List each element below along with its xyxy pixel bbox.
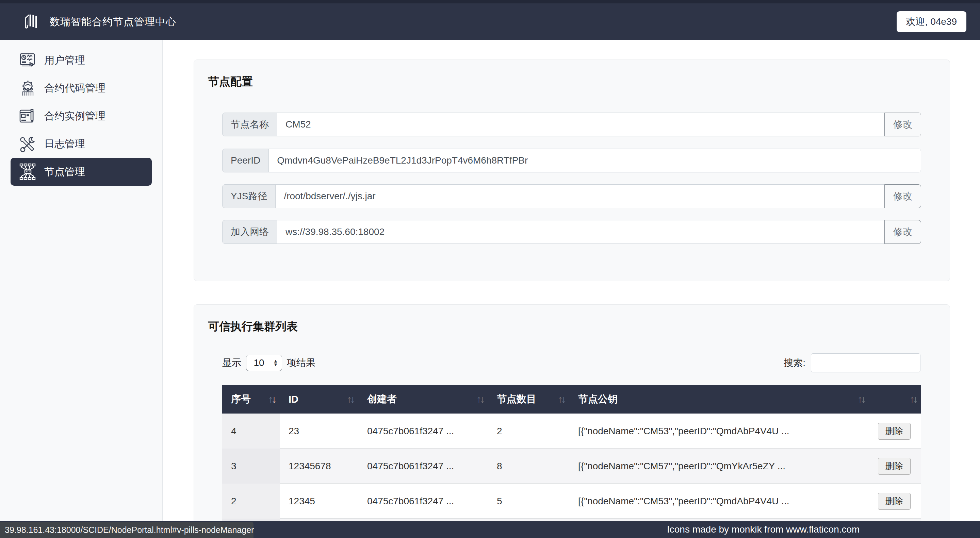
- peer-id-label: PeerID: [222, 149, 269, 172]
- cell-public-key: [{"nodeName":"CM53","peerID":"QmdAbP4V4U…: [569, 414, 869, 449]
- cell-node-count: 8: [488, 449, 569, 484]
- sort-icon: ↑↓: [476, 385, 483, 414]
- sidebar-item-log-management[interactable]: 日志管理: [11, 130, 152, 158]
- cell-actions: 删除: [869, 484, 921, 519]
- table-row: 4 23 0475c7b061f3247 ... 2 [{"nodeName":…: [222, 414, 921, 449]
- sidebar-item-node-management[interactable]: 节点管理: [11, 158, 152, 186]
- cell-id: 12345: [280, 484, 358, 519]
- header-creator[interactable]: 创建者 ↑↓: [358, 385, 488, 414]
- cell-index: 3: [222, 449, 280, 484]
- sidebar-item-contract-instance-management[interactable]: 合约实例管理: [11, 102, 152, 130]
- sort-icon: ↑↓: [347, 385, 353, 414]
- modify-join-network-button[interactable]: 修改: [885, 220, 921, 244]
- join-network-input[interactable]: [277, 220, 885, 244]
- top-navbar: 数瑞智能合约节点管理中心 欢迎, 04e39: [0, 3, 980, 40]
- cell-index: 4: [222, 414, 280, 449]
- table-row-partial: [222, 519, 921, 521]
- sidebar-item-contract-code-management[interactable]: 合约代码管理: [11, 74, 152, 102]
- delete-row-button[interactable]: 删除: [878, 493, 911, 510]
- log-tools-icon: [19, 135, 37, 153]
- node-network-icon: [19, 163, 37, 181]
- page-length-select[interactable]: 10 ▲▼: [246, 355, 282, 371]
- yjs-path-field-group: YJS路径 修改: [222, 184, 921, 208]
- delete-row-button[interactable]: 删除: [878, 423, 911, 440]
- header-index[interactable]: 序号 ↑↓: [222, 385, 280, 414]
- yjs-path-input[interactable]: [275, 184, 885, 208]
- header-node-count[interactable]: 节点数目 ↑↓: [488, 385, 569, 414]
- cell-creator: 0475c7b061f3247 ...: [358, 414, 488, 449]
- welcome-user-button[interactable]: 欢迎, 04e39: [897, 11, 966, 32]
- window-top-strip: [0, 0, 980, 3]
- search-label: 搜索:: [784, 356, 805, 369]
- node-name-input[interactable]: [277, 113, 885, 136]
- dashboard-icon: [19, 51, 37, 69]
- table-row: 2 12345 0475c7b061f3247 ... 5 [{"nodeNam…: [222, 484, 921, 519]
- header-public-key[interactable]: 节点公钥 ↑↓: [569, 385, 869, 414]
- length-prefix-label: 显示: [222, 356, 241, 369]
- table-header-row: 序号 ↑↓ ID ↑↓ 创建者 ↑↓ 节点数目 ↑↓ 节点公钥 ↑↓: [222, 385, 921, 414]
- table-row: 3 12345678 0475c7b061f3247 ... 8 [{"node…: [222, 449, 921, 484]
- cell-creator: 0475c7b061f3247 ...: [358, 449, 488, 484]
- sidebar-item-label: 日志管理: [44, 137, 85, 151]
- sort-icon: ↑↓: [858, 385, 864, 414]
- cell-node-count: 2: [488, 414, 569, 449]
- cell-id: 23: [280, 414, 358, 449]
- join-network-field-group: 加入网络 修改: [222, 220, 921, 244]
- cell-node-count: 5: [488, 484, 569, 519]
- sidebar-item-label: 节点管理: [44, 165, 85, 179]
- cluster-list-title: 可信执行集群列表: [208, 319, 298, 334]
- node-config-title: 节点配置: [208, 74, 253, 89]
- contract-code-icon: [19, 79, 37, 97]
- delete-row-button[interactable]: 删除: [878, 458, 911, 475]
- sidebar-item-label: 合约代码管理: [44, 81, 105, 95]
- select-spinner-icon: ▲▼: [272, 359, 280, 367]
- main-content: 节点配置 节点名称 修改 PeerID YJS路径 修改 加入网络 修改 可信执…: [163, 40, 980, 521]
- browser-status-bar: 39.98.161.43:18000/SCIDE/NodePortal.html…: [0, 522, 253, 538]
- brand-logo-icon: [21, 12, 41, 32]
- page-length-value: 10: [247, 357, 272, 368]
- cell-public-key: [{"nodeName":"CM53","peerID":"QmdAbP4V4U…: [569, 484, 869, 519]
- header-id[interactable]: ID ↑↓: [280, 385, 358, 414]
- contract-instance-icon: [19, 107, 37, 125]
- length-suffix-label: 项结果: [287, 356, 315, 369]
- node-name-field-group: 节点名称 修改: [222, 113, 921, 136]
- table-search-control: 搜索:: [784, 353, 920, 372]
- app-title: 数瑞智能合约节点管理中心: [50, 15, 176, 29]
- sort-icon: ↑↓: [268, 385, 275, 414]
- cell-actions: 删除: [869, 449, 921, 484]
- sort-icon: ↑↓: [558, 385, 565, 414]
- header-actions[interactable]: ↑↓: [869, 385, 921, 414]
- sidebar-item-label: 用户管理: [44, 53, 85, 67]
- modify-node-name-button[interactable]: 修改: [885, 113, 921, 136]
- cell-actions: 删除: [869, 414, 921, 449]
- node-name-label: 节点名称: [222, 113, 277, 136]
- sidebar-nav: 用户管理 合约代码管理 合约实例管理 日志管理: [0, 40, 163, 521]
- cluster-list-card: 可信执行集群列表 显示 10 ▲▼ 项结果 搜索: 序号 ↑↓ ID ↑: [194, 305, 950, 521]
- attribution-text: Icons made by monkik from www.flaticon.c…: [667, 521, 859, 538]
- cluster-table: 序号 ↑↓ ID ↑↓ 创建者 ↑↓ 节点数目 ↑↓ 节点公钥 ↑↓: [222, 385, 921, 521]
- sort-icon: ↑↓: [910, 385, 916, 414]
- yjs-path-label: YJS路径: [222, 184, 275, 208]
- modify-yjs-path-button[interactable]: 修改: [885, 184, 921, 208]
- cell-public-key: [{"nodeName":"CM57","peerID":"QmYkAr5eZY…: [569, 449, 869, 484]
- search-input[interactable]: [811, 353, 920, 372]
- join-network-label: 加入网络: [222, 220, 277, 244]
- cell-creator: 0475c7b061f3247 ...: [358, 484, 488, 519]
- peer-id-input[interactable]: [269, 149, 921, 172]
- node-config-card: 节点配置 节点名称 修改 PeerID YJS路径 修改 加入网络 修改: [194, 60, 950, 281]
- cell-id: 12345678: [280, 449, 358, 484]
- sidebar-item-user-management[interactable]: 用户管理: [11, 46, 152, 74]
- page-length-control: 显示 10 ▲▼ 项结果: [222, 355, 315, 371]
- cell-index: 2: [222, 484, 280, 519]
- peer-id-field-group: PeerID: [222, 149, 921, 172]
- sidebar-item-label: 合约实例管理: [44, 109, 105, 123]
